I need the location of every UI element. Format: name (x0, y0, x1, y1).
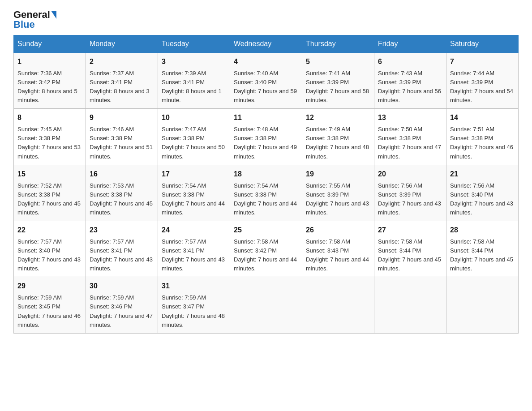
day-info: Sunrise: 7:58 AMSunset: 3:44 PMDaylight:… (378, 238, 441, 272)
day-cell: 27Sunrise: 7:58 AMSunset: 3:44 PMDayligh… (374, 221, 446, 277)
weekday-header-tuesday: Tuesday (158, 35, 230, 53)
week-row-3: 15Sunrise: 7:52 AMSunset: 3:38 PMDayligh… (14, 165, 519, 221)
day-number: 2 (90, 56, 154, 68)
day-info: Sunrise: 7:53 AMSunset: 3:38 PMDaylight:… (90, 182, 153, 216)
day-cell: 13Sunrise: 7:50 AMSunset: 3:38 PMDayligh… (374, 109, 446, 165)
day-info: Sunrise: 7:56 AMSunset: 3:39 PMDaylight:… (378, 182, 441, 216)
day-info: Sunrise: 7:54 AMSunset: 3:38 PMDaylight:… (234, 182, 297, 216)
day-cell: 18Sunrise: 7:54 AMSunset: 3:38 PMDayligh… (230, 165, 302, 221)
day-cell: 29Sunrise: 7:59 AMSunset: 3:45 PMDayligh… (14, 277, 86, 333)
day-info: Sunrise: 7:58 AMSunset: 3:42 PMDaylight:… (234, 238, 297, 272)
day-info: Sunrise: 7:49 AMSunset: 3:38 PMDaylight:… (306, 126, 369, 159)
week-row-2: 8Sunrise: 7:45 AMSunset: 3:38 PMDaylight… (14, 109, 519, 165)
day-info: Sunrise: 7:59 AMSunset: 3:45 PMDaylight:… (17, 294, 81, 328)
day-number: 4 (234, 56, 298, 68)
day-info: Sunrise: 7:45 AMSunset: 3:38 PMDaylight:… (17, 126, 81, 159)
day-info: Sunrise: 7:41 AMSunset: 3:39 PMDaylight:… (306, 70, 369, 103)
day-info: Sunrise: 7:50 AMSunset: 3:38 PMDaylight:… (378, 126, 441, 159)
calendar-table: SundayMondayTuesdayWednesdayThursdayFrid… (13, 35, 519, 334)
day-info: Sunrise: 7:55 AMSunset: 3:39 PMDaylight:… (306, 182, 369, 216)
day-cell: 19Sunrise: 7:55 AMSunset: 3:39 PMDayligh… (302, 165, 374, 221)
calendar-body: 1Sunrise: 7:36 AMSunset: 3:42 PMDaylight… (14, 53, 519, 334)
day-number: 12 (306, 112, 370, 124)
day-info: Sunrise: 7:59 AMSunset: 3:47 PMDaylight:… (162, 294, 225, 328)
weekday-header-monday: Monday (86, 35, 158, 53)
day-number: 9 (90, 112, 154, 124)
header-row: SundayMondayTuesdayWednesdayThursdayFrid… (14, 35, 519, 53)
day-info: Sunrise: 7:59 AMSunset: 3:46 PMDaylight:… (90, 294, 153, 328)
day-info: Sunrise: 7:52 AMSunset: 3:38 PMDaylight:… (17, 182, 81, 216)
day-number: 8 (17, 112, 82, 124)
logo-blue-text: Blue (13, 19, 35, 30)
week-row-5: 29Sunrise: 7:59 AMSunset: 3:45 PMDayligh… (14, 277, 519, 333)
day-cell: 4Sunrise: 7:40 AMSunset: 3:40 PMDaylight… (230, 53, 302, 109)
day-info: Sunrise: 7:44 AMSunset: 3:39 PMDaylight:… (450, 70, 513, 103)
weekday-header-wednesday: Wednesday (230, 35, 302, 53)
day-cell (374, 277, 446, 333)
day-cell: 2Sunrise: 7:37 AMSunset: 3:41 PMDaylight… (86, 53, 158, 109)
day-number: 10 (162, 112, 226, 124)
day-number: 29 (17, 281, 82, 292)
day-info: Sunrise: 7:51 AMSunset: 3:38 PMDaylight:… (450, 126, 513, 159)
day-number: 14 (450, 112, 515, 124)
day-number: 15 (17, 169, 82, 180)
day-cell: 23Sunrise: 7:57 AMSunset: 3:41 PMDayligh… (86, 221, 158, 277)
day-number: 26 (306, 225, 370, 236)
day-cell: 28Sunrise: 7:58 AMSunset: 3:44 PMDayligh… (446, 221, 519, 277)
day-cell: 5Sunrise: 7:41 AMSunset: 3:39 PMDaylight… (302, 53, 374, 109)
weekday-header-friday: Friday (374, 35, 446, 53)
day-number: 17 (162, 169, 226, 180)
day-number: 18 (234, 169, 298, 180)
day-number: 27 (378, 225, 442, 236)
day-cell: 1Sunrise: 7:36 AMSunset: 3:42 PMDaylight… (14, 53, 86, 109)
day-cell: 26Sunrise: 7:58 AMSunset: 3:43 PMDayligh… (302, 221, 374, 277)
day-cell: 6Sunrise: 7:43 AMSunset: 3:39 PMDaylight… (374, 53, 446, 109)
day-cell: 22Sunrise: 7:57 AMSunset: 3:40 PMDayligh… (14, 221, 86, 277)
day-number: 7 (450, 56, 515, 68)
day-info: Sunrise: 7:54 AMSunset: 3:38 PMDaylight:… (162, 182, 225, 216)
calendar-header: SundayMondayTuesdayWednesdayThursdayFrid… (14, 35, 519, 53)
day-number: 28 (450, 225, 515, 236)
day-cell: 25Sunrise: 7:58 AMSunset: 3:42 PMDayligh… (230, 221, 302, 277)
logo-arrow-icon (51, 11, 56, 19)
day-number: 25 (234, 225, 298, 236)
day-info: Sunrise: 7:36 AMSunset: 3:42 PMDaylight:… (17, 70, 77, 103)
day-info: Sunrise: 7:56 AMSunset: 3:40 PMDaylight:… (450, 182, 513, 216)
day-cell (446, 277, 519, 333)
day-number: 24 (162, 225, 226, 236)
day-number: 20 (378, 169, 442, 180)
day-number: 11 (234, 112, 298, 124)
day-number: 19 (306, 169, 370, 180)
day-number: 13 (378, 112, 442, 124)
day-number: 21 (450, 169, 515, 180)
day-info: Sunrise: 7:57 AMSunset: 3:41 PMDaylight:… (90, 238, 153, 272)
day-cell: 3Sunrise: 7:39 AMSunset: 3:41 PMDaylight… (158, 53, 230, 109)
day-info: Sunrise: 7:57 AMSunset: 3:40 PMDaylight:… (17, 238, 81, 272)
day-cell: 12Sunrise: 7:49 AMSunset: 3:38 PMDayligh… (302, 109, 374, 165)
day-cell: 14Sunrise: 7:51 AMSunset: 3:38 PMDayligh… (446, 109, 519, 165)
day-cell: 24Sunrise: 7:57 AMSunset: 3:41 PMDayligh… (158, 221, 230, 277)
day-info: Sunrise: 7:37 AMSunset: 3:41 PMDaylight:… (90, 70, 150, 103)
day-info: Sunrise: 7:58 AMSunset: 3:43 PMDaylight:… (306, 238, 369, 272)
day-cell: 11Sunrise: 7:48 AMSunset: 3:38 PMDayligh… (230, 109, 302, 165)
day-cell: 9Sunrise: 7:46 AMSunset: 3:38 PMDaylight… (86, 109, 158, 165)
weekday-header-sunday: Sunday (14, 35, 86, 53)
day-cell: 7Sunrise: 7:44 AMSunset: 3:39 PMDaylight… (446, 53, 519, 109)
day-number: 16 (90, 169, 154, 180)
day-number: 22 (17, 225, 82, 236)
day-cell: 31Sunrise: 7:59 AMSunset: 3:47 PMDayligh… (158, 277, 230, 333)
day-info: Sunrise: 7:39 AMSunset: 3:41 PMDaylight:… (162, 70, 222, 103)
day-info: Sunrise: 7:40 AMSunset: 3:40 PMDaylight:… (234, 70, 297, 103)
day-cell: 16Sunrise: 7:53 AMSunset: 3:38 PMDayligh… (86, 165, 158, 221)
day-number: 1 (17, 56, 82, 68)
day-number: 6 (378, 56, 442, 68)
logo: General Blue (13, 9, 56, 30)
day-number: 30 (90, 281, 154, 292)
day-number: 23 (90, 225, 154, 236)
weekday-header-saturday: Saturday (446, 35, 519, 53)
day-number: 5 (306, 56, 370, 68)
day-info: Sunrise: 7:57 AMSunset: 3:41 PMDaylight:… (162, 238, 225, 272)
week-row-1: 1Sunrise: 7:36 AMSunset: 3:42 PMDaylight… (14, 53, 519, 109)
day-info: Sunrise: 7:48 AMSunset: 3:38 PMDaylight:… (234, 126, 297, 159)
day-number: 31 (162, 281, 226, 292)
